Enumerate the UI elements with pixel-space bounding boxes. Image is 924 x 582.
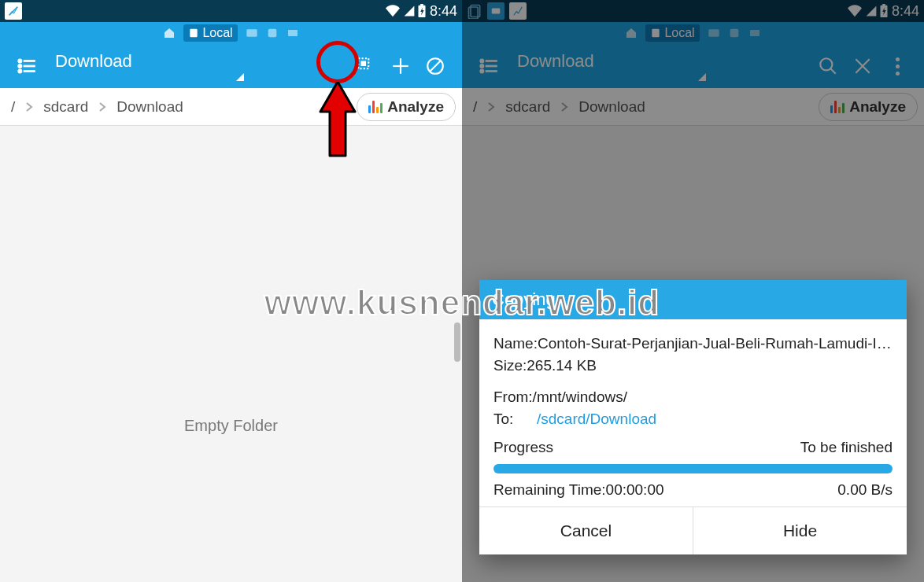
battery-charging-icon [417,4,427,18]
size-value: 265.14 KB [527,357,597,374]
app-toolbar: Download [0,44,462,88]
remaining-label: Remaining Time: [493,481,606,499]
progress-bar [493,464,893,473]
right-screenshot: 8:44 Local Download / [462,0,924,582]
notification-app-icon [5,2,22,20]
svg-point-8 [19,64,21,67]
to-value[interactable]: /sdcard/Download [537,411,656,428]
chevron-right-icon [24,98,34,116]
analyze-button[interactable]: Analyze [357,93,456,121]
progress-status: To be finished [800,439,893,456]
empty-folder-label: Empty Folder [0,417,462,435]
menu-button[interactable] [9,49,44,83]
hide-button[interactable]: Hide [693,507,907,554]
new-button[interactable] [383,49,418,83]
tab-icon-1[interactable] [246,28,258,39]
android-status-bar: 8:44 [0,0,462,22]
svg-point-10 [19,70,21,72]
name-value: Contoh-Surat-Perjanjian-Jual-Beli-Rumah-… [538,335,892,352]
chevron-right-icon [98,98,107,116]
tab-icon-2[interactable] [266,28,279,39]
progress-label: Progress [493,439,553,456]
remaining-value: 00:00:00 [606,481,664,499]
bars-icon [368,101,383,113]
block-button[interactable] [418,49,453,83]
sdcard-icon [188,28,199,39]
wifi-icon [384,4,401,18]
svg-line-17 [431,61,441,72]
breadcrumb-sdcard[interactable]: sdcard [39,95,93,119]
toolbar-title[interactable]: Download [55,51,244,72]
transfer-speed: 0.00 B/s [837,481,893,499]
cancel-button[interactable]: Cancel [479,507,693,554]
svg-point-6 [19,60,21,62]
to-label: To: [493,411,537,428]
window-tab-strip: Local [0,22,462,44]
copy-progress-dialog: Copying Name: Contoh-Surat-Perjanjian-Ju… [479,280,907,554]
scrollbar-thumb[interactable] [454,322,460,362]
tab-local[interactable]: Local [183,24,237,42]
status-clock: 8:44 [430,3,457,20]
svg-rect-2 [190,29,198,38]
breadcrumb-bar: / sdcard Download Analyze [0,88,462,126]
dialog-title: Copying [479,280,907,319]
select-all-button[interactable] [349,49,383,83]
home-icon[interactable] [163,27,176,39]
size-label: Size: [493,357,527,374]
from-value: /mnt/windows/ [533,389,627,406]
tab-local-label: Local [202,26,232,40]
svg-rect-1 [420,4,423,6]
svg-rect-3 [246,29,257,36]
breadcrumb-root[interactable]: / [6,95,20,119]
breadcrumb-download[interactable]: Download [112,95,188,119]
dropdown-indicator-icon [236,73,244,81]
from-label: From: [493,389,533,406]
left-screenshot: 8:44 Local Download [0,0,462,582]
tab-icon-3[interactable] [286,28,299,39]
cell-signal-icon [403,5,416,17]
svg-rect-5 [288,30,298,36]
svg-rect-13 [361,61,367,67]
svg-rect-4 [268,29,276,38]
analyze-label: Analyze [387,98,444,116]
name-label: Name: [493,335,538,352]
file-list-area: Empty Folder [0,126,462,582]
